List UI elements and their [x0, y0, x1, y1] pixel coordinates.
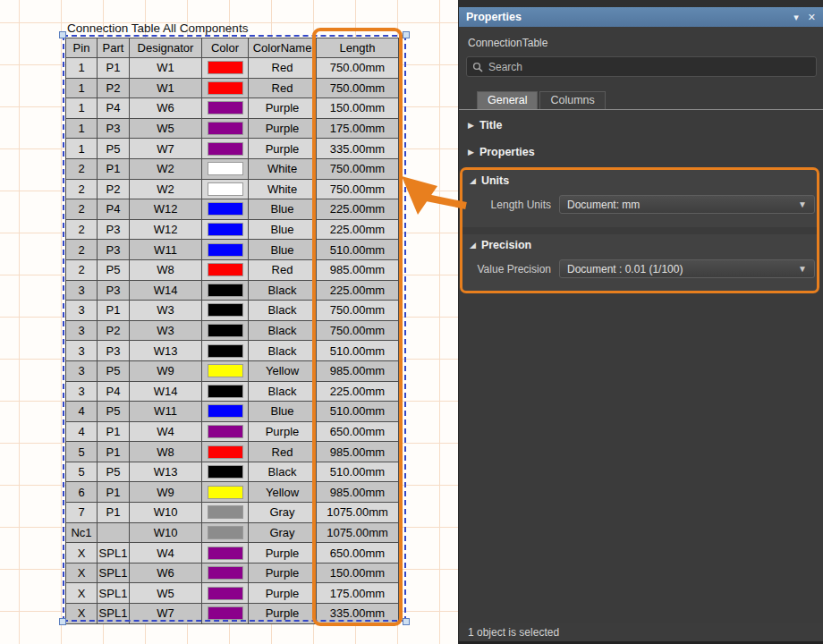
selection-handle-bottom-left[interactable] [59, 618, 66, 625]
value-precision-dropdown[interactable]: Document : 0.01 (1/100) ▼ [559, 259, 815, 278]
section-properties-collapsed[interactable]: ▶ Properties [459, 143, 823, 161]
color-cell [202, 442, 249, 462]
table-row: 5P1W8Red985.00mm [66, 442, 399, 462]
tab-general[interactable]: General [477, 91, 538, 110]
table-row: 2P2W2White750.00mm [66, 179, 399, 199]
color-swatch [208, 526, 243, 539]
table-row: 1P3W5Purple175.00mm [66, 118, 399, 139]
color-cell [202, 543, 249, 564]
color-cell [202, 360, 249, 381]
color-swatch [208, 344, 243, 358]
color-cell [202, 58, 249, 79]
column-header: Part [98, 38, 130, 58]
color-cell [202, 482, 249, 503]
pin-cell: 6 [66, 482, 98, 503]
section-precision-header[interactable]: ◢ Precision [462, 234, 819, 251]
table-row: XSPL1W6Purple150.00mm [66, 563, 399, 583]
length-cell: 750.00mm [317, 301, 399, 321]
selection-handle-top-left[interactable] [59, 31, 66, 38]
length-cell: 985.00mm [317, 259, 399, 280]
part-cell: P1 [98, 421, 130, 442]
header-row: PinPartDesignatorColorColorNameLength [66, 38, 399, 58]
length-cell: 225.00mm [317, 199, 399, 220]
table-row: 1P5W7Purple335.00mm [66, 139, 399, 159]
pin-cell: 3 [66, 360, 98, 381]
part-cell: P4 [98, 381, 130, 402]
part-cell: P5 [98, 402, 130, 422]
color_name-cell: Purple [249, 583, 317, 604]
tab-bar: General Columns [477, 91, 607, 110]
color-cell [202, 421, 249, 442]
search-box[interactable] [466, 56, 817, 77]
designator-cell: W9 [130, 482, 202, 503]
color-swatch [208, 566, 243, 580]
designator-cell: W14 [130, 381, 202, 402]
color-cell [202, 503, 249, 523]
designator-cell: W14 [130, 280, 202, 301]
color-cell [202, 301, 249, 321]
pin-cell: X [66, 543, 98, 564]
color-cell [202, 118, 249, 139]
pin-cell: 3 [66, 320, 98, 341]
selection-handle-top-right[interactable] [403, 31, 410, 38]
designator-cell: W11 [130, 240, 202, 260]
part-cell: P3 [98, 280, 130, 301]
part-cell: P5 [98, 259, 130, 280]
color_name-cell: White [249, 158, 317, 179]
designator-cell: W5 [130, 118, 202, 139]
length-units-label: Length Units [462, 199, 551, 211]
part-cell [98, 522, 130, 543]
designator-cell: W13 [130, 341, 202, 361]
selection-handle-bottom-right[interactable] [403, 618, 410, 625]
color-cell [202, 139, 249, 159]
length-cell: 150.00mm [317, 98, 399, 119]
section-title-collapsed[interactable]: ▶ Title [459, 116, 823, 134]
color-cell [202, 158, 249, 179]
connection-table[interactable]: PinPartDesignatorColorColorNameLength 1P… [65, 38, 399, 624]
color-swatch [208, 425, 243, 438]
table-row: 7P1W10Gray1075.00mm [66, 503, 399, 523]
table-row: 1P2W1Red750.00mm [66, 78, 399, 98]
part-cell: P5 [98, 139, 130, 159]
length-cell: 985.00mm [317, 482, 399, 503]
designator-cell: W3 [130, 301, 202, 321]
color-swatch [208, 404, 243, 418]
color_name-cell: Purple [249, 118, 317, 139]
color_name-cell: Red [249, 259, 317, 280]
part-cell: SPL1 [98, 563, 130, 583]
color-cell [202, 98, 249, 119]
color_name-cell: Purple [249, 421, 317, 442]
close-icon[interactable]: ✕ [808, 12, 816, 23]
table-row: 3P2W3Black750.00mm [66, 320, 399, 341]
connection-table-header: PinPartDesignatorColorColorNameLength [66, 38, 399, 58]
designator-cell: W6 [130, 98, 202, 119]
color_name-cell: White [249, 179, 317, 199]
part-cell: P3 [98, 219, 130, 240]
designator-cell: W5 [130, 583, 202, 604]
tab-columns[interactable]: Columns [539, 91, 605, 110]
designator-cell: W1 [130, 58, 202, 79]
part-cell: P1 [98, 503, 130, 523]
panel-title-bar: Properties ▾ ✕ [459, 7, 823, 27]
pin-cell: 2 [66, 240, 98, 260]
pin-cell: X [66, 563, 98, 583]
color-swatch [208, 142, 243, 156]
section-units-header[interactable]: ◢ Units [462, 170, 819, 187]
length-units-dropdown[interactable]: Document: mm ▼ [559, 195, 815, 214]
chevron-down-icon[interactable]: ▾ [793, 12, 799, 23]
color_name-cell: Red [249, 78, 317, 98]
panel-top-strip [459, 0, 823, 7]
search-input[interactable] [488, 61, 810, 73]
pin-cell: 2 [66, 219, 98, 240]
color-cell [202, 522, 249, 543]
color-cell [202, 462, 249, 482]
length-cell: 750.00mm [317, 78, 399, 98]
part-cell: P1 [98, 442, 130, 462]
chevron-down-icon: ▼ [798, 199, 807, 209]
color-cell [202, 280, 249, 301]
color_name-cell: Gray [249, 503, 317, 523]
designator-cell: W10 [130, 522, 202, 543]
part-cell: P5 [98, 360, 130, 381]
length-cell: 750.00mm [317, 58, 399, 79]
color-cell [202, 199, 249, 220]
